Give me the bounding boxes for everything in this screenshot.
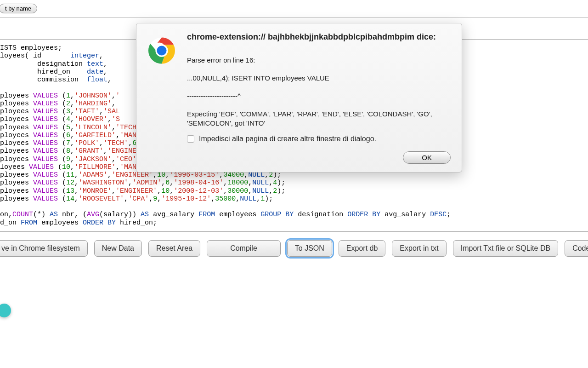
export-db-button[interactable]: Export db xyxy=(339,240,385,257)
new-data-button[interactable]: New Data xyxy=(94,240,142,257)
import-button[interactable]: Import Txt file or SQLite DB xyxy=(453,240,558,257)
suppress-dialogs-label: Impedisci alla pagina di creare altre fi… xyxy=(199,135,376,143)
alert-dialog: chrome-extension:// bajhbhekbjjnkabbdpbl… xyxy=(136,23,462,172)
action-button-row: ve in Chrome filesystem New Data Reset A… xyxy=(0,232,588,257)
compile-button[interactable]: Compile xyxy=(207,240,281,257)
code-to-cloud-button[interactable]: Code to Clo xyxy=(565,240,588,257)
top-toolbar: t by name xyxy=(0,0,588,17)
svg-point-2 xyxy=(157,46,166,55)
to-json-button[interactable]: To JSON xyxy=(287,240,332,257)
ok-button[interactable]: OK xyxy=(403,151,451,164)
save-chrome-fs-button[interactable]: ve in Chrome filesystem xyxy=(0,240,88,257)
suppress-dialogs-checkbox[interactable] xyxy=(187,135,194,143)
dialog-title: chrome-extension:// bajhbhekbjjnkabbdpbl… xyxy=(187,32,451,42)
export-txt-button[interactable]: Export in txt xyxy=(392,240,446,257)
chrome-logo-icon xyxy=(147,36,176,65)
filter-by-name-button[interactable]: t by name xyxy=(0,4,37,13)
dialog-message: Parse error on line 16: ...00,NULL,4); I… xyxy=(187,47,451,128)
reset-area-button[interactable]: Reset Area xyxy=(148,240,200,257)
floating-badge-icon[interactable] xyxy=(0,304,11,317)
